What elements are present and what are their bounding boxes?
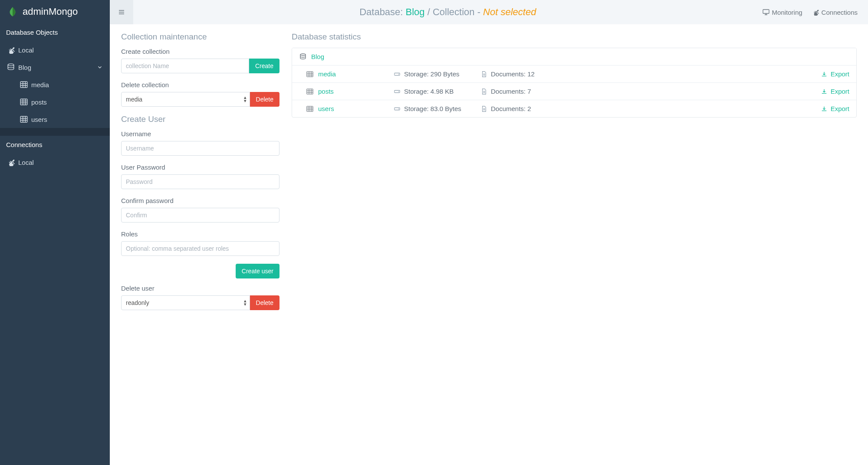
mongo-leaf-icon	[7, 6, 18, 17]
delete-user-label: Delete user	[121, 285, 279, 292]
username-label: Username	[121, 130, 279, 138]
password-label: User Password	[121, 164, 279, 171]
create-collection-label: Create collection	[121, 48, 279, 55]
roles-label: Roles	[121, 230, 279, 238]
stats-collection-row: postsStorage: 4.98 KBDocuments: 7Export	[292, 83, 856, 100]
hdd-icon	[394, 106, 401, 112]
sidebar: adminMongo Database Objects Local Blog m…	[0, 0, 110, 465]
delete-user-button[interactable]: Delete	[250, 295, 279, 310]
delete-collection-select[interactable]: media	[121, 92, 250, 107]
stats-list: Blog mediaStorage: 290 BytesDocuments: 1…	[292, 48, 857, 118]
database-icon	[7, 63, 15, 71]
sidebar-database-blog[interactable]: Blog	[0, 59, 110, 76]
breadcrumb: Database: Blog / Collection - Not select…	[133, 7, 763, 18]
password-input[interactable]	[121, 174, 279, 189]
table-icon	[306, 71, 314, 78]
create-collection-input[interactable]	[121, 59, 249, 73]
download-icon	[820, 71, 828, 77]
plug-icon	[812, 9, 819, 16]
collection-name-link[interactable]: users	[318, 105, 394, 112]
hdd-icon	[394, 88, 401, 95]
collection-maintenance-heading: Collection maintenance	[121, 32, 279, 42]
create-collection-button[interactable]: Create	[249, 59, 279, 73]
table-icon	[20, 98, 28, 106]
username-input[interactable]	[121, 141, 279, 156]
confirm-password-label: Confirm password	[121, 197, 279, 204]
roles-input[interactable]	[121, 241, 279, 256]
sidebar-collection-users[interactable]: users	[0, 111, 110, 128]
topbar: Database: Blog / Collection - Not select…	[110, 0, 868, 24]
bars-icon	[118, 9, 125, 16]
breadcrumb-db[interactable]: Blog	[406, 7, 425, 17]
menu-toggle-button[interactable]	[110, 0, 133, 24]
delete-collection-label: Delete collection	[121, 81, 279, 88]
document-icon	[480, 71, 487, 77]
monitoring-link[interactable]: Monitoring	[763, 9, 802, 16]
sidebar-header-connections: Connections	[0, 136, 110, 154]
monitor-icon	[763, 9, 769, 16]
download-icon	[820, 106, 828, 112]
table-icon	[306, 105, 314, 112]
delete-user-select[interactable]: readonly	[121, 295, 250, 310]
sidebar-collection-posts[interactable]: posts	[0, 93, 110, 111]
create-user-heading: Create User	[121, 115, 279, 124]
connections-link[interactable]: Connections	[812, 9, 858, 16]
brand[interactable]: adminMongo	[0, 0, 110, 23]
brand-text: adminMongo	[23, 6, 78, 17]
database-icon	[299, 53, 307, 60]
table-icon	[306, 88, 314, 95]
collection-name-link[interactable]: media	[318, 70, 394, 78]
database-statistics-heading: Database statistics	[292, 32, 857, 42]
table-icon	[20, 81, 28, 88]
table-icon	[20, 115, 28, 123]
download-icon	[820, 88, 828, 95]
stats-db-row[interactable]: Blog	[292, 48, 856, 65]
stats-collection-row: mediaStorage: 290 BytesDocuments: 12Expo…	[292, 65, 856, 83]
confirm-password-input[interactable]	[121, 208, 279, 223]
sidebar-header-objects: Database Objects	[0, 23, 110, 41]
hdd-icon	[394, 71, 401, 77]
chevron-down-icon	[97, 64, 103, 70]
create-user-button[interactable]: Create user	[236, 264, 279, 278]
breadcrumb-collection: Not selected	[483, 7, 536, 17]
export-link[interactable]: Export	[820, 105, 849, 112]
export-link[interactable]: Export	[820, 88, 849, 95]
delete-collection-button[interactable]: Delete	[250, 92, 279, 107]
plug-icon	[7, 158, 15, 166]
collection-name-link[interactable]: posts	[318, 88, 394, 95]
plug-icon	[7, 46, 15, 54]
stats-collection-row: usersStorage: 83.0 BytesDocuments: 2Expo…	[292, 100, 856, 117]
sidebar-connections-local[interactable]: Local	[0, 154, 110, 171]
sidebar-connection-local[interactable]: Local	[0, 41, 110, 59]
sidebar-collection-media[interactable]: media	[0, 76, 110, 93]
document-icon	[480, 88, 487, 95]
document-icon	[480, 106, 487, 112]
export-link[interactable]: Export	[820, 70, 849, 78]
